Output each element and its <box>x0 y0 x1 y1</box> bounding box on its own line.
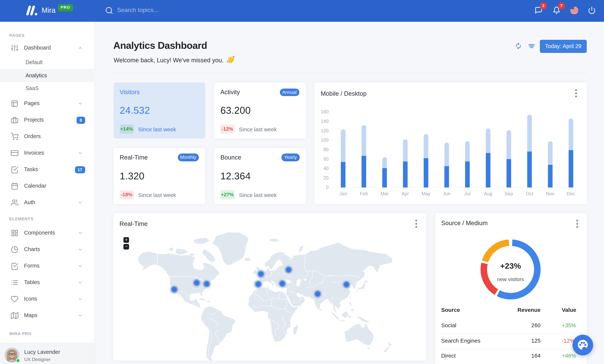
svg-text:120: 120 <box>321 128 329 133</box>
svg-text:100: 100 <box>321 137 329 142</box>
svg-text:Aug: Aug <box>484 191 492 196</box>
svg-text:Dec: Dec <box>567 191 575 196</box>
svg-text:Apr: Apr <box>402 191 409 196</box>
svg-text:60: 60 <box>323 156 329 161</box>
svg-text:40: 40 <box>323 165 329 171</box>
svg-text:140: 140 <box>321 118 329 124</box>
svg-text:Mar: Mar <box>381 191 389 196</box>
svg-text:May: May <box>421 191 430 196</box>
svg-text:160: 160 <box>321 109 329 114</box>
svg-text:Feb: Feb <box>360 191 368 196</box>
svg-text:Jan: Jan <box>339 191 347 196</box>
svg-text:Sep: Sep <box>504 191 513 196</box>
svg-text:0: 0 <box>326 184 329 190</box>
svg-text:Oct: Oct <box>526 191 533 196</box>
svg-text:Jun: Jun <box>443 191 450 196</box>
svg-text:80: 80 <box>323 147 329 152</box>
svg-text:Nov: Nov <box>546 191 554 196</box>
svg-text:20: 20 <box>323 175 329 180</box>
svg-text:Jul: Jul <box>465 191 470 196</box>
